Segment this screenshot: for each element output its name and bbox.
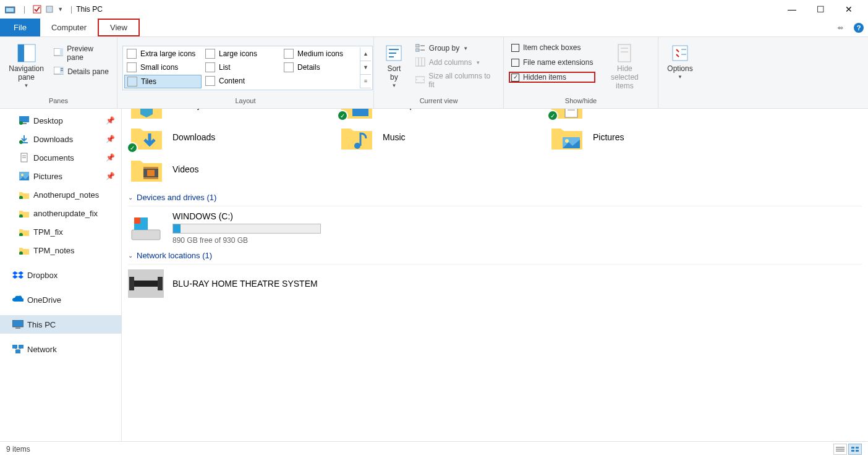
tree-item-folder[interactable]: TPM_notes <box>0 241 121 260</box>
current-view-group: Sort by ▼ Group by ▼ Add columns ▼ Size … <box>374 37 504 108</box>
svg-rect-62 <box>147 170 155 176</box>
tiles-option[interactable]: Tiles <box>124 75 202 88</box>
videos-folder-icon <box>128 154 165 184</box>
thispc-icon <box>12 319 23 330</box>
desktop-icon <box>19 115 30 126</box>
tree-item-pictures[interactable]: Pictures📌 <box>0 167 121 185</box>
hide-selected-items-button: Hide selected items <box>599 41 650 93</box>
maximize-button[interactable]: ☐ <box>806 0 835 19</box>
scroll-down-icon[interactable]: ▼ <box>360 61 371 75</box>
folder-tile-3d-objects[interactable]: 3D Objects <box>128 109 301 120</box>
list-option[interactable]: List <box>203 61 280 74</box>
ribbon-tabs: File Computer View ⇴ ? <box>0 19 868 37</box>
expand-gallery-icon[interactable]: ≡ <box>360 75 371 88</box>
sort-by-button[interactable]: Sort by ▼ <box>379 41 409 91</box>
layout-group: Extra large icons Small icons Tiles Larg… <box>117 37 374 108</box>
main-area: 3D Objects ✓ Desktop ✓ Documents ✓ Downl… <box>122 109 868 441</box>
close-button[interactable]: ✕ <box>835 0 863 19</box>
svg-rect-69 <box>158 277 163 290</box>
options-button[interactable]: Options ▼ <box>663 41 696 82</box>
folder-tile-pictures[interactable]: Pictures <box>548 122 721 152</box>
pin-icon: 📌 <box>106 153 115 162</box>
details-option[interactable]: Details <box>281 61 359 74</box>
folder-icon <box>19 226 30 237</box>
drive-tile-c[interactable]: WINDOWS (C:) 890 GB free of 930 GB <box>128 211 862 245</box>
downloads-folder-icon: ✓ <box>128 122 165 152</box>
svg-rect-48 <box>15 350 20 353</box>
add-columns-button: Add columns ▼ <box>413 56 498 69</box>
title-bar: | ▼ | This PC — ☐ ✕ <box>0 0 868 19</box>
svg-rect-17 <box>415 49 419 51</box>
view-tab[interactable]: View <box>98 19 140 36</box>
3d-objects-icon <box>128 109 165 120</box>
extra-large-icons-option[interactable]: Extra large icons <box>124 48 202 60</box>
file-name-extensions-checkbox[interactable]: File name extensions <box>509 57 595 68</box>
folder-tile-documents[interactable]: ✓ Documents <box>548 109 721 120</box>
chevron-down-icon: ⌄ <box>128 194 133 201</box>
chevron-down-icon: ⌄ <box>128 252 133 259</box>
svg-rect-74 <box>856 447 859 449</box>
tree-item-desktop[interactable]: Desktop📌 <box>0 111 121 130</box>
quick-access-toolbar: | ▼ | <box>5 5 76 14</box>
help-icon[interactable]: ? <box>849 19 868 36</box>
tree-item-onedrive[interactable]: OneDrive <box>0 290 121 309</box>
scroll-up-icon[interactable]: ▲ <box>360 48 371 61</box>
folder-tile-music[interactable]: Music <box>338 122 511 152</box>
pin-icon: 📌 <box>106 172 115 180</box>
svg-rect-16 <box>415 44 419 47</box>
network-device-tile[interactable]: BLU-RAY HOME THEATRE SYSTEM <box>128 269 862 298</box>
medium-icons-option[interactable]: Medium icons <box>281 48 359 60</box>
content-area: Desktop📌 Downloads📌 Documents📌 Pictures📌… <box>0 109 868 441</box>
details-view-icon[interactable] <box>833 444 847 455</box>
tiles-view-icon[interactable] <box>848 444 862 455</box>
tree-item-this-pc[interactable]: This PC <box>0 315 121 334</box>
group-by-button[interactable]: Group by ▼ <box>413 42 498 54</box>
desktop-folder-icon: ✓ <box>338 109 375 120</box>
view-mode-switcher <box>833 444 862 455</box>
folder-tile-desktop[interactable]: ✓ Desktop <box>338 109 511 120</box>
sort-by-label: Sort by <box>383 64 406 82</box>
computer-tab[interactable]: Computer <box>40 19 98 36</box>
show-hide-group: Item check boxes File name extensions Hi… <box>504 37 658 108</box>
navigation-pane-button[interactable]: Navigation pane ▼ <box>5 41 48 91</box>
panes-group: Navigation pane ▼ Preview pane Details p… <box>0 37 117 108</box>
folder-icon <box>19 245 30 256</box>
tree-item-dropbox[interactable]: Dropbox <box>0 266 121 284</box>
separator: | <box>70 5 72 14</box>
svg-rect-60 <box>143 167 158 169</box>
hidden-items-checkbox[interactable]: Hidden items <box>509 72 595 83</box>
tree-item-downloads[interactable]: Downloads📌 <box>0 130 121 148</box>
pictures-folder-icon <box>548 122 585 152</box>
minimize-button[interactable]: — <box>778 0 806 19</box>
documents-folder-icon: ✓ <box>548 109 585 120</box>
folder-tile-videos[interactable]: Videos <box>128 154 301 184</box>
tree-item-network[interactable]: Network <box>0 340 121 358</box>
network-section-header[interactable]: ⌄ Network locations (1) <box>128 245 862 264</box>
details-pane-button[interactable]: Details pane <box>51 65 112 78</box>
qat-placeholder-icon[interactable] <box>45 5 54 14</box>
tree-item-folder[interactable]: Anotherupd_notes <box>0 185 121 204</box>
details-pane-label: Details pane <box>67 67 109 76</box>
drive-free-text: 890 GB free of 930 GB <box>172 236 321 245</box>
tree-item-documents[interactable]: Documents📌 <box>0 148 121 167</box>
properties-icon[interactable] <box>33 5 41 14</box>
folder-tile-downloads[interactable]: ✓ Downloads <box>128 122 301 152</box>
content-option[interactable]: Content <box>203 75 280 87</box>
tree-item-folder[interactable]: anotherupdate_fix <box>0 204 121 222</box>
large-icons-option[interactable]: Large icons <box>203 48 280 60</box>
item-check-boxes-checkbox[interactable]: Item check boxes <box>509 42 595 53</box>
gallery-scroll[interactable]: ▲ ▼ ≡ <box>360 48 371 88</box>
window-controls: — ☐ ✕ <box>778 0 863 19</box>
svg-rect-76 <box>856 450 859 452</box>
svg-line-50 <box>18 348 21 350</box>
drive-name: WINDOWS (C:) <box>172 211 321 221</box>
file-tab[interactable]: File <box>0 19 40 36</box>
minimize-ribbon-icon[interactable]: ⇴ <box>831 19 849 36</box>
tree-item-folder[interactable]: TPM_fix <box>0 222 121 241</box>
layout-gallery: Extra large icons Small icons Tiles Larg… <box>122 46 373 90</box>
devices-section-header[interactable]: ⌄ Devices and drives (1) <box>128 187 862 206</box>
dropdown-caret-icon: ▼ <box>463 46 468 51</box>
small-icons-option[interactable]: Small icons <box>124 61 202 74</box>
preview-pane-button[interactable]: Preview pane <box>51 43 112 63</box>
qat-dropdown-icon[interactable]: ▼ <box>57 6 63 12</box>
